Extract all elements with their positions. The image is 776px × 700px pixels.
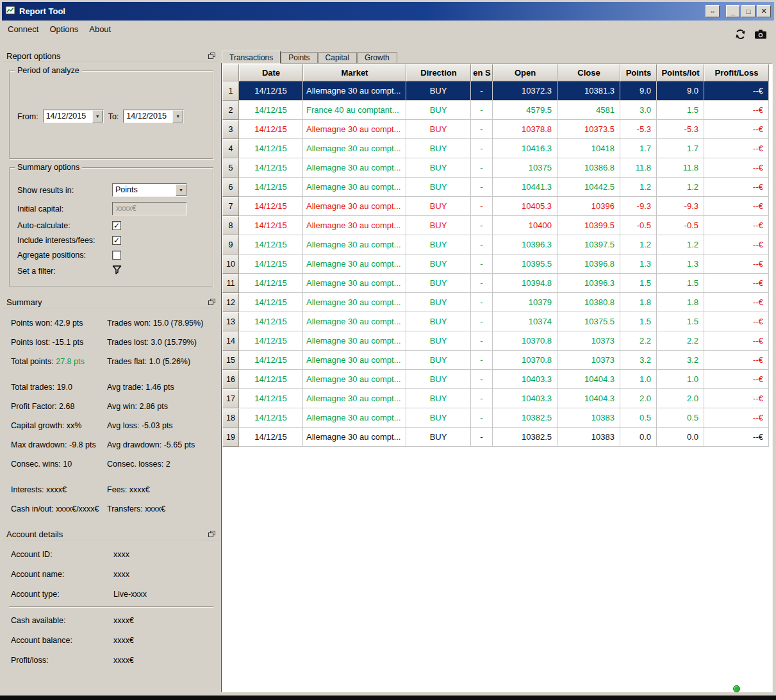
- connection-status-icon: [733, 685, 740, 692]
- row-number[interactable]: 10: [222, 254, 239, 274]
- tab-growth[interactable]: Growth: [357, 52, 397, 63]
- table-row[interactable]: 414/12/15Allemagne 30 au compt...BUY-104…: [222, 139, 769, 158]
- row-number[interactable]: 12: [222, 293, 239, 312]
- table-row[interactable]: 1914/12/15Allemagne 30 au compt...BUY-10…: [222, 428, 769, 447]
- minimize-button[interactable]: _: [726, 5, 740, 17]
- cell-profit-loss: --€: [704, 178, 769, 197]
- table-row[interactable]: 614/12/15Allemagne 30 au compt...BUY-104…: [222, 178, 769, 197]
- option-label: Show results in:: [17, 186, 112, 195]
- row-number[interactable]: 3: [222, 120, 239, 139]
- table-row[interactable]: 1314/12/15Allemagne 30 au compt...BUY-10…: [222, 312, 769, 331]
- row-number[interactable]: 17: [222, 389, 239, 408]
- row-number[interactable]: 4: [222, 139, 239, 158]
- row-number[interactable]: 8: [222, 216, 239, 235]
- cell-points-lot: 1.5: [657, 312, 704, 331]
- column-header[interactable]: Profit/Loss: [704, 64, 769, 81]
- row-number[interactable]: 13: [222, 312, 239, 331]
- cell-market: Allemagne 30 au compt...: [303, 216, 406, 235]
- table-row[interactable]: 914/12/15Allemagne 30 au compt...BUY-103…: [222, 235, 769, 254]
- cell-size: -: [471, 408, 493, 428]
- column-header[interactable]: Close: [557, 64, 620, 81]
- table-row[interactable]: 514/12/15Allemagne 30 au compt...BUY-103…: [222, 158, 769, 178]
- column-header[interactable]: Direction: [406, 64, 471, 81]
- cell-profit-loss: --€: [704, 293, 769, 312]
- menu-item-connect[interactable]: Connect: [8, 24, 38, 34]
- to-date-select[interactable]: 14/12/2015 ▼: [123, 110, 184, 123]
- column-header[interactable]: Points: [620, 64, 657, 81]
- filter-icon: [112, 266, 122, 277]
- chevron-down-icon: ▼: [176, 184, 186, 196]
- float-panel-icon[interactable]: [208, 298, 216, 306]
- row-number[interactable]: 1: [222, 81, 239, 101]
- table-row[interactable]: 1214/12/15Allemagne 30 au compt...BUY-10…: [222, 293, 769, 312]
- summary-row: Capital growth: xx%Avg loss: -5.03 pts: [3, 416, 219, 435]
- maximize-button[interactable]: □: [741, 5, 755, 17]
- row-number[interactable]: 14: [222, 331, 239, 351]
- cell-close: 10404.3: [557, 389, 620, 408]
- column-header[interactable]: Date: [239, 64, 303, 81]
- cell-open: 10375: [493, 158, 557, 178]
- camera-button[interactable]: [754, 29, 767, 40]
- cell-points-lot: 0.0: [657, 428, 704, 447]
- cell-size: -: [471, 178, 493, 197]
- table-row[interactable]: 214/12/15France 40 au comptant...BUY-457…: [222, 101, 769, 120]
- cell-market: Allemagne 30 au compt...: [303, 428, 406, 447]
- tab-capital[interactable]: Capital: [318, 52, 357, 63]
- table-row[interactable]: 1714/12/15Allemagne 30 au compt...BUY-10…: [222, 389, 769, 408]
- cell-points: 1.0: [620, 370, 657, 389]
- table-row[interactable]: 114/12/15Allemagne 30 au compt...BUY-103…: [222, 81, 769, 101]
- table-row[interactable]: 1514/12/15Allemagne 30 au compt...BUY-10…: [222, 351, 769, 370]
- cell-points-lot: 1.0: [657, 370, 704, 389]
- float-panel-icon[interactable]: [208, 52, 216, 60]
- table-row[interactable]: 1814/12/15Allemagne 30 au compt...BUY-10…: [222, 408, 769, 428]
- cell-close: 10383: [557, 408, 620, 428]
- close-button[interactable]: ✕: [757, 5, 771, 17]
- agregate-positions-checkbox[interactable]: [112, 251, 121, 260]
- column-header[interactable]: Points/lot: [657, 64, 704, 81]
- row-number[interactable]: 16: [222, 370, 239, 389]
- table-row[interactable]: 1014/12/15Allemagne 30 au compt...BUY-10…: [222, 254, 769, 274]
- row-number[interactable]: 19: [222, 428, 239, 447]
- row-number[interactable]: 11: [222, 274, 239, 293]
- chevron-down-icon: ▼: [172, 110, 183, 122]
- table-row[interactable]: 714/12/15Allemagne 30 au compt...BUY-104…: [222, 197, 769, 216]
- cell-open: 10405.3: [493, 197, 557, 216]
- auto-calculate-checkbox[interactable]: ✓: [112, 221, 121, 230]
- table-row[interactable]: 1614/12/15Allemagne 30 au compt...BUY-10…: [222, 370, 769, 389]
- table-row[interactable]: 1414/12/15Allemagne 30 au compt...BUY-10…: [222, 331, 769, 351]
- table-row[interactable]: 314/12/15Allemagne 30 au compt...BUY-103…: [222, 120, 769, 139]
- column-header[interactable]: en S: [471, 64, 493, 81]
- cell-size: -: [471, 274, 493, 293]
- row-number[interactable]: 15: [222, 351, 239, 370]
- column-header[interactable]: Open: [493, 64, 557, 81]
- row-number[interactable]: 9: [222, 235, 239, 254]
- include-interests-fees-checkbox[interactable]: ✓: [112, 236, 121, 245]
- cell-open: 10403.3: [493, 370, 557, 389]
- show-results-select[interactable]: Points▼: [112, 183, 187, 197]
- row-number[interactable]: 2: [222, 101, 239, 120]
- account-value: Live-xxxx: [113, 590, 147, 599]
- transactions-table-frame: DateMarketDirectionen SOpenClosePointsPo…: [221, 63, 773, 692]
- cell-date: 14/12/15: [239, 351, 303, 370]
- column-header[interactable]: Market: [303, 64, 406, 81]
- row-number[interactable]: 6: [222, 178, 239, 197]
- cell-open: 10441.3: [493, 178, 557, 197]
- summary-row: Consec. wins: 10Consec. losses: 2: [3, 454, 219, 474]
- summary-row: Total points: 27.8 ptsTrades flat: 1.0 (…: [3, 352, 219, 371]
- menu-item-options[interactable]: Options: [49, 24, 78, 34]
- tab-bar: TransactionsPointsCapitalGrowth: [221, 51, 773, 63]
- set-filter-button[interactable]: [112, 265, 122, 278]
- tab-points[interactable]: Points: [281, 52, 317, 63]
- row-number[interactable]: 5: [222, 158, 239, 178]
- row-number[interactable]: 7: [222, 197, 239, 216]
- table-row[interactable]: 1114/12/15Allemagne 30 au compt...BUY-10…: [222, 274, 769, 293]
- menu-item-about[interactable]: About: [89, 24, 111, 34]
- layout-toggle-button[interactable]: ⇔: [706, 5, 720, 17]
- cell-size: -: [471, 139, 493, 158]
- row-number[interactable]: 18: [222, 408, 239, 428]
- table-row[interactable]: 814/12/15Allemagne 30 au compt...BUY-104…: [222, 216, 769, 235]
- float-panel-icon[interactable]: [208, 530, 216, 538]
- tab-transactions[interactable]: Transactions: [222, 51, 281, 63]
- from-date-select[interactable]: 14/12/2015 ▼: [43, 110, 104, 123]
- refresh-button[interactable]: [734, 28, 747, 40]
